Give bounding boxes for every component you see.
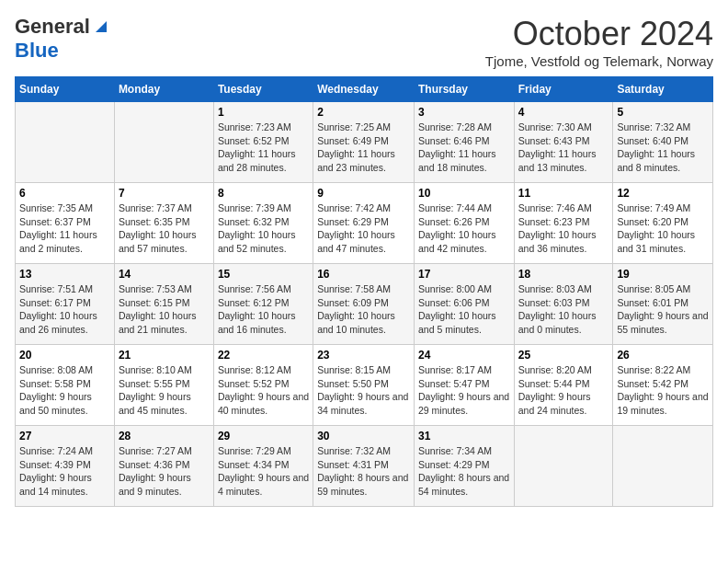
cell-content: Sunrise: 7:30 AMSunset: 6:43 PMDaylight:… bbox=[518, 121, 609, 175]
day-number: 10 bbox=[418, 187, 510, 200]
calendar-cell: 21Sunrise: 8:10 AMSunset: 5:55 PMDayligh… bbox=[114, 345, 213, 426]
calendar-cell: 5Sunrise: 7:32 AMSunset: 6:40 PMDaylight… bbox=[613, 102, 713, 183]
calendar-cell: 3Sunrise: 7:28 AMSunset: 6:46 PMDaylight… bbox=[414, 102, 514, 183]
day-number: 1 bbox=[218, 106, 309, 119]
calendar-week-row: 27Sunrise: 7:24 AMSunset: 4:39 PMDayligh… bbox=[16, 426, 713, 507]
day-number: 28 bbox=[119, 430, 210, 442]
calendar-cell: 1Sunrise: 7:23 AMSunset: 6:52 PMDaylight… bbox=[213, 102, 313, 183]
day-number: 11 bbox=[518, 187, 609, 200]
calendar-cell: 8Sunrise: 7:39 AMSunset: 6:32 PMDaylight… bbox=[213, 183, 313, 264]
day-number: 26 bbox=[617, 349, 709, 362]
calendar-cell: 26Sunrise: 8:22 AMSunset: 5:42 PMDayligh… bbox=[613, 345, 713, 426]
cell-content: Sunrise: 8:12 AMSunset: 5:52 PMDaylight:… bbox=[218, 363, 309, 418]
calendar-cell: 18Sunrise: 8:03 AMSunset: 6:03 PMDayligh… bbox=[514, 264, 613, 345]
calendar-cell: 4Sunrise: 7:30 AMSunset: 6:43 PMDaylight… bbox=[514, 102, 613, 183]
calendar-cell: 19Sunrise: 8:05 AMSunset: 6:01 PMDayligh… bbox=[613, 264, 713, 345]
cell-content: Sunrise: 8:15 AMSunset: 5:50 PMDaylight:… bbox=[317, 363, 410, 418]
month-title: October 2024 bbox=[485, 15, 713, 53]
calendar-cell: 29Sunrise: 7:29 AMSunset: 4:34 PMDayligh… bbox=[213, 426, 313, 507]
calendar-cell bbox=[514, 426, 613, 507]
cell-content: Sunrise: 7:32 AMSunset: 4:31 PMDaylight:… bbox=[317, 444, 410, 499]
calendar-cell: 24Sunrise: 8:17 AMSunset: 5:47 PMDayligh… bbox=[414, 345, 514, 426]
cell-content: Sunrise: 7:23 AMSunset: 6:52 PMDaylight:… bbox=[218, 121, 309, 175]
calendar-cell: 25Sunrise: 8:20 AMSunset: 5:44 PMDayligh… bbox=[514, 345, 613, 426]
cell-content: Sunrise: 7:49 AMSunset: 6:20 PMDaylight:… bbox=[617, 201, 709, 256]
day-number: 6 bbox=[19, 187, 110, 200]
logo: General Blue bbox=[15, 15, 110, 63]
day-number: 14 bbox=[119, 268, 210, 281]
page-header: General Blue October 2024 Tjome, Vestfol… bbox=[15, 15, 713, 69]
day-of-week-header: Sunday bbox=[16, 77, 115, 102]
cell-content: Sunrise: 7:29 AMSunset: 4:34 PMDaylight:… bbox=[218, 444, 309, 499]
cell-content: Sunrise: 7:34 AMSunset: 4:29 PMDaylight:… bbox=[418, 444, 510, 499]
day-number: 24 bbox=[418, 349, 510, 362]
day-of-week-header: Tuesday bbox=[213, 77, 313, 102]
day-of-week-header: Thursday bbox=[414, 77, 514, 102]
calendar-cell: 9Sunrise: 7:42 AMSunset: 6:29 PMDaylight… bbox=[313, 183, 415, 264]
calendar-week-row: 6Sunrise: 7:35 AMSunset: 6:37 PMDaylight… bbox=[16, 183, 713, 264]
day-number: 29 bbox=[218, 430, 309, 442]
calendar-cell: 27Sunrise: 7:24 AMSunset: 4:39 PMDayligh… bbox=[16, 426, 115, 507]
location-text: Tjome, Vestfold og Telemark, Norway bbox=[485, 53, 713, 69]
day-number: 25 bbox=[518, 349, 609, 362]
cell-content: Sunrise: 7:46 AMSunset: 6:23 PMDaylight:… bbox=[518, 201, 609, 256]
cell-content: Sunrise: 7:37 AMSunset: 6:35 PMDaylight:… bbox=[119, 201, 210, 256]
cell-content: Sunrise: 8:00 AMSunset: 6:06 PMDaylight:… bbox=[418, 282, 510, 337]
day-number: 4 bbox=[518, 106, 609, 119]
logo-blue-text: Blue bbox=[15, 39, 59, 62]
day-number: 8 bbox=[218, 187, 309, 200]
cell-content: Sunrise: 7:24 AMSunset: 4:39 PMDaylight:… bbox=[19, 444, 110, 499]
calendar-cell bbox=[114, 102, 213, 183]
day-number: 15 bbox=[218, 268, 309, 281]
cell-content: Sunrise: 8:22 AMSunset: 5:42 PMDaylight:… bbox=[617, 363, 709, 418]
calendar-cell: 2Sunrise: 7:25 AMSunset: 6:49 PMDaylight… bbox=[313, 102, 415, 183]
day-number: 12 bbox=[617, 187, 709, 200]
cell-content: Sunrise: 7:25 AMSunset: 6:49 PMDaylight:… bbox=[317, 121, 410, 175]
calendar-cell: 28Sunrise: 7:27 AMSunset: 4:36 PMDayligh… bbox=[114, 426, 213, 507]
calendar-cell: 13Sunrise: 7:51 AMSunset: 6:17 PMDayligh… bbox=[16, 264, 115, 345]
day-number: 16 bbox=[317, 268, 410, 281]
day-number: 21 bbox=[119, 349, 210, 362]
day-number: 5 bbox=[617, 106, 709, 119]
cell-content: Sunrise: 7:53 AMSunset: 6:15 PMDaylight:… bbox=[119, 282, 210, 337]
cell-content: Sunrise: 7:56 AMSunset: 6:12 PMDaylight:… bbox=[218, 282, 309, 337]
cell-content: Sunrise: 7:51 AMSunset: 6:17 PMDaylight:… bbox=[19, 282, 110, 337]
cell-content: Sunrise: 8:20 AMSunset: 5:44 PMDaylight:… bbox=[518, 363, 609, 418]
cell-content: Sunrise: 8:08 AMSunset: 5:58 PMDaylight:… bbox=[19, 363, 110, 418]
day-number: 31 bbox=[418, 430, 510, 442]
cell-content: Sunrise: 8:17 AMSunset: 5:47 PMDaylight:… bbox=[418, 363, 510, 418]
day-number: 2 bbox=[317, 106, 410, 119]
logo-triangle-icon bbox=[92, 17, 110, 36]
day-of-week-header: Wednesday bbox=[313, 77, 415, 102]
calendar-table: SundayMondayTuesdayWednesdayThursdayFrid… bbox=[15, 76, 713, 507]
calendar-cell: 23Sunrise: 8:15 AMSunset: 5:50 PMDayligh… bbox=[313, 345, 415, 426]
title-block: October 2024 Tjome, Vestfold og Telemark… bbox=[485, 15, 713, 69]
day-of-week-header: Monday bbox=[114, 77, 213, 102]
calendar-cell: 12Sunrise: 7:49 AMSunset: 6:20 PMDayligh… bbox=[613, 183, 713, 264]
calendar-cell: 17Sunrise: 8:00 AMSunset: 6:06 PMDayligh… bbox=[414, 264, 514, 345]
cell-content: Sunrise: 7:28 AMSunset: 6:46 PMDaylight:… bbox=[418, 121, 510, 175]
cell-content: Sunrise: 7:35 AMSunset: 6:37 PMDaylight:… bbox=[19, 201, 110, 256]
calendar-cell: 31Sunrise: 7:34 AMSunset: 4:29 PMDayligh… bbox=[414, 426, 514, 507]
calendar-cell: 11Sunrise: 7:46 AMSunset: 6:23 PMDayligh… bbox=[514, 183, 613, 264]
day-number: 23 bbox=[317, 349, 410, 362]
calendar-week-row: 20Sunrise: 8:08 AMSunset: 5:58 PMDayligh… bbox=[16, 345, 713, 426]
day-number: 19 bbox=[617, 268, 709, 281]
day-number: 22 bbox=[218, 349, 309, 362]
cell-content: Sunrise: 7:32 AMSunset: 6:40 PMDaylight:… bbox=[617, 121, 709, 175]
calendar-cell bbox=[613, 426, 713, 507]
logo-general-text: General bbox=[15, 15, 90, 39]
calendar-cell: 10Sunrise: 7:44 AMSunset: 6:26 PMDayligh… bbox=[414, 183, 514, 264]
cell-content: Sunrise: 7:27 AMSunset: 4:36 PMDaylight:… bbox=[119, 444, 210, 499]
calendar-week-row: 13Sunrise: 7:51 AMSunset: 6:17 PMDayligh… bbox=[16, 264, 713, 345]
day-number: 13 bbox=[19, 268, 110, 281]
cell-content: Sunrise: 8:10 AMSunset: 5:55 PMDaylight:… bbox=[119, 363, 210, 418]
calendar-cell: 6Sunrise: 7:35 AMSunset: 6:37 PMDaylight… bbox=[16, 183, 115, 264]
day-number: 27 bbox=[19, 430, 110, 442]
day-number: 3 bbox=[418, 106, 510, 119]
calendar-cell: 14Sunrise: 7:53 AMSunset: 6:15 PMDayligh… bbox=[114, 264, 213, 345]
cell-content: Sunrise: 8:05 AMSunset: 6:01 PMDaylight:… bbox=[617, 282, 709, 337]
cell-content: Sunrise: 7:39 AMSunset: 6:32 PMDaylight:… bbox=[218, 201, 309, 256]
calendar-header-row: SundayMondayTuesdayWednesdayThursdayFrid… bbox=[16, 77, 713, 102]
cell-content: Sunrise: 7:42 AMSunset: 6:29 PMDaylight:… bbox=[317, 201, 410, 256]
